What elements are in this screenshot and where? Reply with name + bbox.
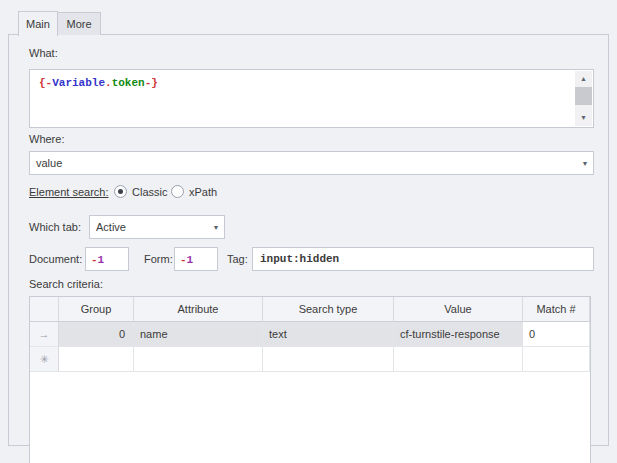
syntax-dot: .	[105, 77, 112, 89]
cell-match[interactable]	[523, 347, 590, 372]
cell-value[interactable]	[394, 347, 523, 372]
what-value: {-Variable.token-}	[39, 77, 158, 89]
document-label: Document:	[29, 253, 82, 265]
search-criteria-label: Search criteria:	[29, 278, 103, 290]
scroll-down-icon[interactable]: ▼	[575, 110, 592, 126]
dialog: Main More What: {-Variable.token-} ▲ ▼ W…	[0, 0, 617, 463]
document-input[interactable]: -1	[85, 247, 129, 271]
element-search-link[interactable]: Element search:	[29, 186, 108, 198]
cell-group[interactable]	[59, 347, 134, 372]
which-tab-label: Which tab:	[29, 221, 81, 233]
header-group[interactable]: Group	[59, 297, 134, 322]
scroll-up-icon[interactable]: ▲	[575, 71, 592, 87]
document-value: -1	[91, 254, 104, 266]
header-value[interactable]: Value	[394, 297, 523, 322]
header-match[interactable]: Match #	[523, 297, 590, 322]
where-label: Where:	[29, 133, 64, 145]
what-label: What:	[29, 47, 58, 59]
what-textarea[interactable]: {-Variable.token-} ▲ ▼	[29, 69, 594, 128]
radio-xpath-label[interactable]: xPath	[189, 186, 217, 198]
minus-sign: -	[91, 254, 98, 266]
which-tab-value: Active	[90, 221, 208, 233]
new-row-icon: ✳	[30, 347, 59, 372]
scrollbar-thumb[interactable]	[575, 87, 592, 105]
header-attribute[interactable]: Attribute	[134, 297, 263, 322]
tag-input[interactable]: input:hidden	[252, 247, 594, 271]
which-tab-combobox[interactable]: Active ▼	[89, 215, 225, 239]
tab-panel-main: What: {-Variable.token-} ▲ ▼ Where: valu…	[8, 34, 609, 446]
number: 1	[98, 254, 105, 266]
where-value: value	[30, 157, 577, 169]
header-indicator	[30, 297, 59, 322]
cell-value[interactable]: cf-turnstile-response	[394, 322, 523, 347]
radio-classic-label[interactable]: Classic	[132, 186, 167, 198]
radio-classic[interactable]	[114, 185, 127, 198]
number: 1	[187, 254, 194, 266]
dropdown-arrow-icon[interactable]: ▼	[577, 160, 593, 167]
radio-xpath[interactable]	[171, 185, 184, 198]
cell-search-type[interactable]: text	[263, 322, 394, 347]
table-row-new[interactable]: ✳	[30, 347, 590, 372]
tag-label: Tag:	[227, 253, 248, 265]
form-label: Form:	[144, 253, 173, 265]
cell-attribute[interactable]: name	[134, 322, 263, 347]
form-input[interactable]: -1	[174, 247, 218, 271]
form-value: -1	[180, 254, 193, 266]
syntax-delimiter-end: -}	[145, 77, 158, 89]
tab-more[interactable]: More	[57, 12, 101, 35]
where-combobox[interactable]: value ▼	[29, 151, 594, 175]
vertical-scrollbar[interactable]: ▲ ▼	[575, 71, 592, 126]
table-row[interactable]: → 0 name text cf-turnstile-response 0	[30, 322, 590, 347]
cell-group[interactable]: 0	[59, 322, 134, 347]
cell-search-type[interactable]	[263, 347, 394, 372]
syntax-token: token	[112, 77, 145, 89]
header-search-type[interactable]: Search type	[263, 297, 394, 322]
tab-main[interactable]: Main	[18, 11, 58, 36]
dropdown-arrow-icon[interactable]: ▼	[208, 224, 224, 231]
search-criteria-grid: Group Attribute Search type Value Match …	[29, 296, 591, 463]
cell-attribute[interactable]	[134, 347, 263, 372]
syntax-variable: Variable	[52, 77, 105, 89]
cell-match[interactable]: 0	[523, 322, 590, 347]
grid-header-row: Group Attribute Search type Value Match …	[30, 297, 590, 322]
current-row-arrow-icon: →	[30, 322, 59, 347]
syntax-delimiter: {-	[39, 77, 52, 89]
minus-sign: -	[180, 254, 187, 266]
